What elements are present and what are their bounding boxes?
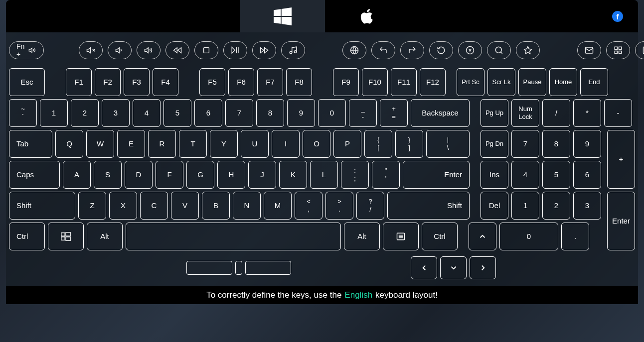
key-6[interactable]: 6 <box>194 99 222 127</box>
fn-mail[interactable] <box>577 41 601 59</box>
key-quote[interactable]: "' <box>372 161 400 189</box>
key-comma[interactable]: <, <box>295 192 322 220</box>
key-home[interactable]: Home <box>549 68 577 96</box>
key-f1[interactable]: F1 <box>66 68 92 96</box>
key-h[interactable]: H <box>217 161 245 189</box>
key-np3[interactable]: 3 <box>573 192 601 220</box>
key-caps[interactable]: Caps <box>9 161 60 189</box>
key-space[interactable] <box>126 223 341 250</box>
key-del[interactable]: Del <box>481 192 508 220</box>
mouse-middle[interactable] <box>235 261 242 275</box>
key-5[interactable]: 5 <box>163 99 191 127</box>
fn-next[interactable] <box>252 41 276 59</box>
key-9[interactable]: 9 <box>287 99 315 127</box>
key-end[interactable]: End <box>580 68 608 96</box>
key-f7[interactable]: F7 <box>257 68 283 96</box>
key-win[interactable] <box>48 223 84 250</box>
key-np-enter[interactable]: Enter <box>607 192 635 250</box>
key-a[interactable]: A <box>63 161 91 189</box>
key-lbracket[interactable]: {[ <box>364 130 392 158</box>
key-rbracket[interactable]: }] <box>395 130 423 158</box>
key-f12[interactable]: F12 <box>420 68 446 96</box>
key-k[interactable]: K <box>279 161 307 189</box>
key-i[interactable]: I <box>272 130 300 158</box>
key-f2[interactable]: F2 <box>95 68 121 96</box>
key-2[interactable]: 2 <box>71 99 99 127</box>
key-q[interactable]: Q <box>55 130 83 158</box>
key-np-slash[interactable]: / <box>542 99 570 127</box>
key-f5[interactable]: F5 <box>199 68 225 96</box>
key-s[interactable]: S <box>94 161 122 189</box>
key-np7[interactable]: 7 <box>511 130 539 158</box>
key-equals[interactable]: += <box>380 99 408 127</box>
fn-stop[interactable] <box>194 41 218 59</box>
key-left[interactable] <box>411 256 437 279</box>
fn-reply[interactable] <box>371 41 395 59</box>
key-1[interactable]: 1 <box>40 99 68 127</box>
key-backslash[interactable]: |\ <box>426 130 470 158</box>
key-c[interactable]: C <box>140 192 168 220</box>
key-3[interactable]: 3 <box>102 99 130 127</box>
key-f4[interactable]: F4 <box>153 68 178 96</box>
key-numlock[interactable]: Num Lock <box>511 99 539 127</box>
key-down[interactable] <box>440 256 467 279</box>
key-r[interactable]: R <box>148 130 176 158</box>
mouse-right[interactable] <box>245 261 291 275</box>
key-l[interactable]: L <box>310 161 338 189</box>
fn-music[interactable] <box>281 41 305 59</box>
key-4[interactable]: 4 <box>133 99 161 127</box>
key-tilde[interactable]: ~` <box>9 99 37 127</box>
key-up[interactable] <box>469 223 496 250</box>
key-lctrl[interactable]: Ctrl <box>9 223 45 250</box>
key-enter[interactable]: Enter <box>403 161 470 189</box>
key-m[interactable]: M <box>264 192 292 220</box>
key-8[interactable]: 8 <box>256 99 284 127</box>
key-slash[interactable]: ?/ <box>356 192 384 220</box>
fn-refresh[interactable] <box>429 41 453 59</box>
key-o[interactable]: O <box>303 130 330 158</box>
key-t[interactable]: T <box>179 130 207 158</box>
key-x[interactable]: X <box>109 192 137 220</box>
fn-prev[interactable] <box>165 41 189 59</box>
fn-search[interactable] <box>487 41 511 59</box>
key-np4[interactable]: 4 <box>511 161 539 189</box>
key-scrlk[interactable]: Scr Lk <box>487 68 515 96</box>
key-npdot[interactable]: . <box>561 223 589 250</box>
key-b[interactable]: B <box>202 192 230 220</box>
key-period[interactable]: >. <box>325 192 353 220</box>
key-u[interactable]: U <box>241 130 269 158</box>
key-minus[interactable]: _- <box>349 99 377 127</box>
key-esc[interactable]: Esc <box>9 68 45 96</box>
key-z[interactable]: Z <box>78 192 106 220</box>
fn-folder[interactable] <box>635 41 644 59</box>
mouse-left[interactable] <box>186 261 232 275</box>
key-g[interactable]: G <box>186 161 214 189</box>
key-lalt[interactable]: Alt <box>87 223 123 250</box>
key-w[interactable]: W <box>86 130 114 158</box>
fn-globe[interactable] <box>342 41 366 59</box>
key-f6[interactable]: F6 <box>228 68 254 96</box>
fn-forward[interactable] <box>400 41 424 59</box>
key-j[interactable]: J <box>248 161 276 189</box>
key-p[interactable]: P <box>333 130 361 158</box>
key-ins[interactable]: Ins <box>481 161 508 189</box>
fn-dashboard[interactable] <box>606 41 630 59</box>
fn-star[interactable] <box>516 41 540 59</box>
key-f11[interactable]: F11 <box>391 68 417 96</box>
tab-windows[interactable] <box>240 0 325 32</box>
key-np5[interactable]: 5 <box>542 161 570 189</box>
key-pgup[interactable]: Pg Up <box>481 99 508 127</box>
key-np8[interactable]: 8 <box>542 130 570 158</box>
key-0[interactable]: 0 <box>318 99 346 127</box>
key-right[interactable] <box>470 256 496 279</box>
key-n[interactable]: N <box>233 192 261 220</box>
key-np6[interactable]: 6 <box>573 161 601 189</box>
facebook-icon[interactable]: f <box>612 11 623 22</box>
key-semicolon[interactable]: :; <box>341 161 369 189</box>
key-backspace[interactable]: Backspace <box>411 99 470 127</box>
key-pause[interactable]: Pause <box>518 68 546 96</box>
tab-apple[interactable] <box>325 0 410 32</box>
key-rctrl[interactable]: Ctrl <box>422 223 458 250</box>
fn-close[interactable] <box>458 41 482 59</box>
key-np-plus[interactable]: + <box>607 130 635 189</box>
